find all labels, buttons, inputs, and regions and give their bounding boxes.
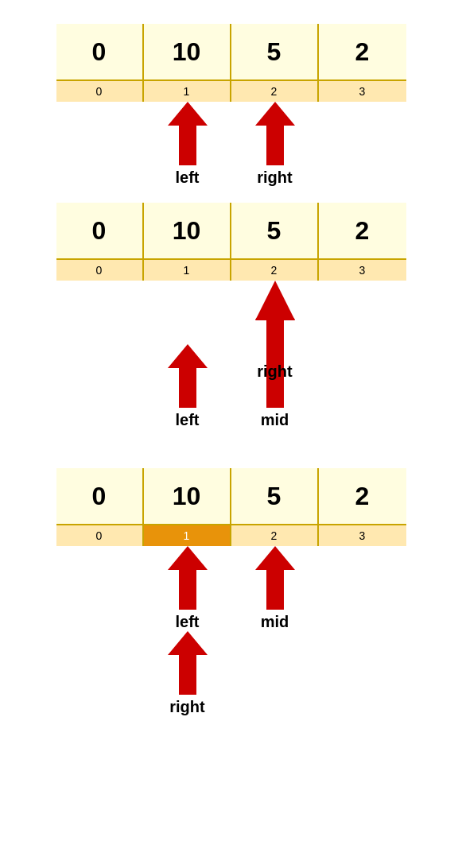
arrow-left-3: left — [144, 546, 231, 631]
svg-marker-1 — [255, 102, 295, 165]
svg-marker-2 — [168, 344, 208, 408]
svg-marker-7 — [168, 631, 208, 695]
arrow-right-mid-2: mid — [231, 281, 319, 429]
index-3-3: 3 — [319, 524, 406, 546]
arrow-left-label-2: left — [176, 411, 200, 429]
arrow-left-icon-1 — [168, 102, 208, 165]
arrow-left-label-1: left — [176, 169, 200, 187]
arrow-right-1: right — [231, 102, 319, 187]
index-3-1: 1 — [144, 524, 231, 546]
svg-marker-5 — [168, 546, 208, 610]
cell-1-0: 0 — [56, 24, 144, 79]
cell-1-2: 5 — [231, 24, 319, 79]
index-1-1: 1 — [144, 79, 231, 102]
index-cells-3: 0 1 2 3 — [56, 524, 406, 546]
arrow-right-icon-1 — [255, 102, 295, 165]
section-2: 0 10 5 2 0 1 2 3 left mid — [56, 203, 406, 452]
arrow-right-icon-3 — [168, 631, 208, 695]
index-1-2: 2 — [231, 79, 319, 102]
arrow-left-label-3: left — [176, 613, 200, 631]
index-1-0: 0 — [56, 79, 144, 102]
svg-marker-3 — [255, 281, 295, 408]
cell-3-2: 5 — [231, 468, 319, 524]
array-3: 0 10 5 2 0 1 2 3 — [56, 468, 406, 546]
cell-1-3: 2 — [319, 24, 406, 79]
svg-marker-0 — [168, 102, 208, 165]
section-3: 0 10 5 2 0 1 2 3 left mid — [56, 468, 406, 716]
section-1: 0 10 5 2 0 1 2 3 left right — [56, 24, 406, 187]
cell-2-3: 2 — [319, 203, 406, 258]
array-cells-2: 0 10 5 2 — [56, 203, 406, 258]
index-2-3: 3 — [319, 258, 406, 281]
arrow-left-1: left — [144, 102, 231, 187]
arrow-left-icon-3 — [168, 546, 208, 610]
array-2: 0 10 5 2 0 1 2 3 — [56, 203, 406, 281]
index-1-3: 3 — [319, 79, 406, 102]
index-2-2: 2 — [231, 258, 319, 281]
arrow-mid-label-3: mid — [261, 613, 289, 631]
cell-2-2: 5 — [231, 203, 319, 258]
arrow-right-label-3: right — [169, 698, 204, 716]
array-cells-3: 0 10 5 2 — [56, 468, 406, 524]
index-3-0: 0 — [56, 524, 144, 546]
arrow-mid-icon-2 — [255, 281, 295, 408]
index-3-2: 2 — [231, 524, 319, 546]
index-2-0: 0 — [56, 258, 144, 281]
arrow-left-icon-2 — [168, 344, 208, 408]
cell-2-0: 0 — [56, 203, 144, 258]
index-cells-1: 0 1 2 3 — [56, 79, 406, 102]
arrow-left-2: left — [144, 344, 231, 429]
cell-2-1: 10 — [144, 203, 231, 258]
cell-3-0: 0 — [56, 468, 144, 524]
array-1: 0 10 5 2 0 1 2 3 — [56, 24, 406, 102]
arrow-right-label-1: right — [257, 169, 292, 187]
arrow-mid-icon-3 — [255, 546, 295, 610]
cell-3-1: 10 — [144, 468, 231, 524]
arrow-mid-label-2: mid — [261, 411, 289, 429]
cell-3-3: 2 — [319, 468, 406, 524]
index-cells-2: 0 1 2 3 — [56, 258, 406, 281]
index-2-1: 1 — [144, 258, 231, 281]
arrow-right-3: right — [144, 631, 231, 716]
arrow-mid-3: mid — [231, 546, 319, 631]
svg-marker-6 — [255, 546, 295, 610]
cell-1-1: 10 — [144, 24, 231, 79]
array-cells-1: 0 10 5 2 — [56, 24, 406, 79]
